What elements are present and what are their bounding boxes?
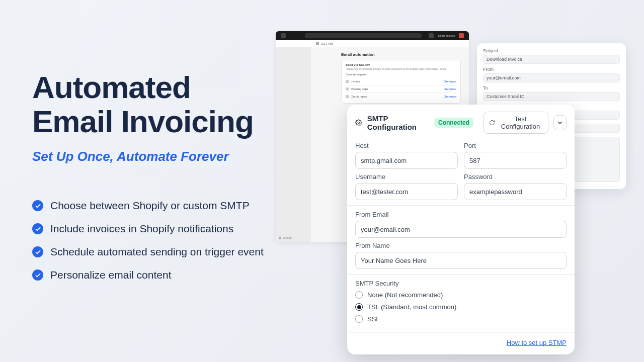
hero-title-line2: Email Invoicing [32,104,254,139]
from-input[interactable]: your@email.com [483,73,620,82]
feature-text: Schedule automated sending on trigger ev… [50,246,264,258]
password-input[interactable] [464,183,567,200]
notif-icon [429,33,434,38]
from-name-input[interactable] [355,252,567,269]
feature-item: Personalize email content [32,269,304,281]
security-option-none[interactable]: None (Not recommended) [355,291,567,299]
feature-item: Choose between Shopify or custom SMTP [32,200,304,212]
radio-label: SSL [367,315,380,323]
to-value: Customer Email ID [487,94,525,99]
card-sub: Generate snippets [346,73,456,76]
smtp-config-card: SMTP Configuration Connected Test Config… [347,105,575,354]
gear-icon [355,119,362,127]
smtp-title: SMTP Configuration [367,114,429,131]
search-icon [281,33,286,38]
check-icon [32,200,43,211]
row-label: Packing slips [351,87,368,90]
feature-item: Schedule automated sending on trigger ev… [32,246,304,258]
check-icon [32,246,43,257]
doc-icon [346,95,349,98]
card-desc: Include link to download invoice or othe… [346,67,456,70]
feature-item: Include invoices in Shopify notification… [32,223,304,235]
test-button-label: Test Configuration [498,115,543,130]
store-name: Stellar Interiors [438,34,455,37]
refresh-icon [489,119,495,126]
hero-subtitle: Set Up Once, Automate Forever [32,149,304,164]
radio-label: None (Not recommended) [367,291,443,299]
check-icon [32,269,43,281]
port-input[interactable] [464,152,567,169]
from-label: From [483,67,620,72]
from-email-label: From Email [355,211,567,218]
radio-icon [355,303,363,311]
admin-search [305,33,422,38]
subject-input[interactable]: Download Invoice [483,55,620,64]
gear-icon [279,237,281,239]
feature-text: Personalize email content [50,269,171,281]
security-option-tsl[interactable]: TSL (Standard, most common) [355,303,567,311]
from-value: your@email.com [487,75,521,80]
from-email-input[interactable] [355,221,567,238]
radio-icon [355,315,363,323]
feature-text: Include invoices in Shopify notification… [50,223,233,235]
subject-value: Download Invoice [487,57,522,62]
port-label: Port [464,142,567,149]
send-via-shopify-card: Send via Shopify Include link to downloa… [341,60,461,104]
doc-icon [346,80,349,83]
check-icon [32,223,43,234]
admin-sidebar: Settings [276,47,311,242]
password-label: Password [464,173,567,180]
host-label: Host [355,142,458,149]
expand-button[interactable] [553,115,567,130]
feature-list: Choose between Shopify or custom SMTP In… [32,200,304,281]
feature-text: Choose between Shopify or custom SMTP [50,200,250,212]
generate-link[interactable]: Generate [444,87,456,90]
avatar [459,33,464,38]
security-title: SMTP Security [355,280,567,287]
username-input[interactable] [355,183,458,200]
svg-point-0 [358,122,359,123]
host-input[interactable] [355,152,458,169]
test-configuration-button[interactable]: Test Configuration [484,112,548,134]
to-label: To [483,85,620,90]
from-name-label: From Name [355,242,567,249]
section-title: Email automation [341,52,461,57]
help-link[interactable]: How to set up STMP [507,339,567,346]
app-name: GST Pro [321,42,333,45]
subject-label: Subject [483,48,620,53]
chevron-down-icon [556,119,564,126]
row-label: Credit notes [351,95,367,98]
security-option-ssl[interactable]: SSL [355,315,567,323]
status-badge: Connected [434,118,473,128]
radio-icon [355,291,363,299]
generate-link[interactable]: Generate [444,95,456,98]
generate-link[interactable]: Generate [444,80,456,83]
card-title: Send via Shopify [346,63,456,66]
app-icon [316,42,319,45]
hero-title-line1: Automated [32,70,191,105]
radio-label: TSL (Standard, most common) [367,303,456,311]
to-input[interactable]: Customer Email ID [483,92,620,101]
username-label: Username [355,173,458,180]
settings-link: Settings [283,236,292,239]
row-label: Invoice [351,80,360,83]
doc-icon [346,87,349,90]
